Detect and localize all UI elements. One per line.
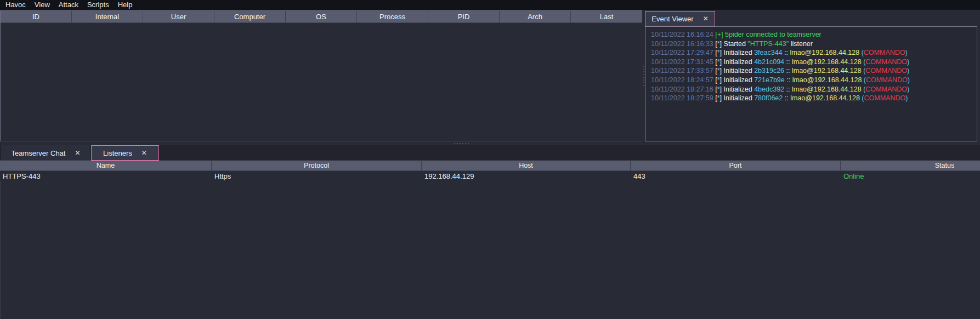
log-segment: ] Initialized <box>720 94 755 102</box>
event-viewer-panel: Event Viewer ✕ 10/11/2022 16:16:24 [+] 5… <box>645 11 980 141</box>
splitter-dot <box>465 143 466 144</box>
log-segment: :: <box>784 86 792 93</box>
sessions-column-header-process[interactable]: Process <box>357 11 428 23</box>
log-segment: 2b319c26 <box>754 67 784 75</box>
splitter-dot <box>468 143 469 144</box>
sessions-table: IDInternalUserComputerOSProcessPIDArchLa… <box>0 10 642 141</box>
event-log-line: 10/11/2022 18:27:59 [*] Initialized 780f… <box>651 94 977 103</box>
splitter-dot <box>643 85 644 86</box>
menu-item-view[interactable]: View <box>30 0 54 10</box>
tab-event-viewer[interactable]: Event Viewer ✕ <box>645 11 715 26</box>
log-segment: ] Initialized <box>720 67 755 75</box>
splitter-dot <box>643 74 644 75</box>
log-segment: 10/11/2022 16:16:24 <box>651 31 715 38</box>
log-segment: ) <box>905 94 908 102</box>
listeners-column-header-host[interactable]: Host <box>422 161 631 171</box>
log-segment: ] Initialized <box>720 58 755 66</box>
log-segment: :: <box>784 67 792 75</box>
splitter-dot <box>643 79 644 81</box>
tab-listeners[interactable]: Listeners✕ <box>91 145 159 161</box>
log-segment: lmao@192.168.44.128 <box>792 86 862 93</box>
log-segment: ) <box>907 58 909 66</box>
splitter-dot <box>460 143 461 144</box>
menu-item-attack[interactable]: Attack <box>54 0 83 10</box>
table-row[interactable]: HTTPS-443Https192.168.44.129443Online <box>0 171 980 181</box>
listeners-column-header-protocol[interactable]: Protocol <box>212 161 422 171</box>
listener-cell: Https <box>212 171 422 181</box>
log-segment: COMMANDO <box>865 86 907 93</box>
splitter-dot <box>643 77 644 78</box>
log-segment: 10/11/2022 17:29:47 <box>651 49 715 56</box>
event-log-line: 10/11/2022 18:27:16 [*] Initialized 4bed… <box>651 85 977 94</box>
menu-item-help[interactable]: Help <box>114 0 137 10</box>
menu-item-havoc[interactable]: Havoc <box>1 0 30 10</box>
listeners-table-rows: HTTPS-443Https192.168.44.129443Online <box>0 171 980 181</box>
log-segment: 721e7b9e <box>754 76 785 84</box>
listeners-table-header: NameProtocolHostPortStatus <box>0 161 980 171</box>
event-log-line: 10/11/2022 18:24:57 [*] Initialized 721e… <box>651 76 977 85</box>
log-segment: "HTTPS-443" <box>747 40 789 48</box>
listeners-table-body[interactable] <box>0 181 980 319</box>
sessions-column-header-id[interactable]: ID <box>1 11 72 23</box>
log-segment: 780f06e2 <box>754 94 783 102</box>
listeners-column-header-name[interactable]: Name <box>0 161 212 171</box>
listener-cell: 192.168.44.129 <box>422 171 631 181</box>
tab-label: Listeners <box>103 149 132 157</box>
menu-bar: HavocViewAttackScriptsHelp <box>0 0 980 10</box>
log-segment: COMMANDO <box>865 58 907 66</box>
log-segment: 10/11/2022 18:27:59 <box>651 94 715 102</box>
log-segment: COMMANDO <box>865 67 907 75</box>
log-segment: listener <box>789 40 813 48</box>
listeners-table: NameProtocolHostPortStatus HTTPS-443Http… <box>0 161 980 319</box>
log-segment: lmao@192.168.44.128 <box>792 76 862 84</box>
sessions-column-header-pid[interactable]: PID <box>428 11 500 23</box>
log-segment: ) <box>908 76 910 84</box>
sessions-table-body[interactable] <box>1 23 642 141</box>
log-segment: lmao@192.168.44.128 <box>792 67 862 75</box>
log-segment: :: <box>785 76 792 84</box>
listeners-column-header-status[interactable]: Status <box>841 161 980 171</box>
close-icon[interactable]: ✕ <box>141 150 147 156</box>
sessions-column-header-os[interactable]: OS <box>286 11 357 23</box>
close-icon[interactable]: ✕ <box>703 15 709 22</box>
sessions-column-header-internal[interactable]: Internal <box>72 11 143 23</box>
menu-item-scripts[interactable]: Scripts <box>83 0 114 10</box>
tab-teamserver-chat[interactable]: Teamserver Chat✕ <box>1 145 91 161</box>
log-segment: ] Started <box>720 40 748 48</box>
log-segment: lmao@192.168.44.128 <box>790 49 859 56</box>
close-icon[interactable]: ✕ <box>75 150 80 156</box>
log-segment: COMMANDO <box>864 49 905 56</box>
log-segment: lmao@192.168.44.128 <box>790 94 860 102</box>
listener-cell: 443 <box>631 171 841 181</box>
splitter-dot <box>643 69 644 70</box>
log-segment: COMMANDO <box>864 94 906 102</box>
log-segment: 10/11/2022 18:27:16 <box>651 86 715 93</box>
log-segment: 4b21c094 <box>754 58 784 66</box>
event-log-line: 10/11/2022 16:16:24 [+] 5pider connected… <box>651 30 977 39</box>
listener-cell: HTTPS-443 <box>0 171 212 181</box>
top-section: IDInternalUserComputerOSProcessPIDArchLa… <box>0 10 980 141</box>
splitter-dot <box>643 82 644 83</box>
status-badge: Online <box>841 171 980 181</box>
sessions-column-header-computer[interactable]: Computer <box>214 11 286 23</box>
sessions-column-header-user[interactable]: User <box>143 11 214 23</box>
event-log-line: 10/11/2022 17:31:45 [*] Initialized 4b21… <box>651 58 977 67</box>
bottom-tabbar: Teamserver Chat✕Listeners✕ <box>0 145 980 161</box>
tab-event-viewer-label: Event Viewer <box>652 15 693 23</box>
tab-label: Teamserver Chat <box>11 149 65 157</box>
log-segment: :: <box>783 94 790 102</box>
sessions-column-header-arch[interactable]: Arch <box>500 11 571 23</box>
splitter-dot <box>643 71 644 72</box>
log-segment: ] Initialized <box>720 76 755 84</box>
log-segment: ] Initialized <box>720 49 755 56</box>
log-segment: ) <box>905 49 908 56</box>
log-segment: 4bedc392 <box>754 86 784 93</box>
log-segment: COMMANDO <box>866 76 908 84</box>
log-segment: ] Initialized <box>720 86 755 93</box>
listeners-column-header-port[interactable]: Port <box>631 161 841 171</box>
event-viewer-tabbar: Event Viewer ✕ <box>645 11 980 26</box>
sessions-column-header-last[interactable]: Last <box>571 11 642 23</box>
horizontal-splitter-handle[interactable] <box>0 141 980 145</box>
splitter-dot <box>462 143 463 144</box>
event-viewer-log[interactable]: 10/11/2022 16:16:24 [+] 5pider connected… <box>645 26 977 141</box>
